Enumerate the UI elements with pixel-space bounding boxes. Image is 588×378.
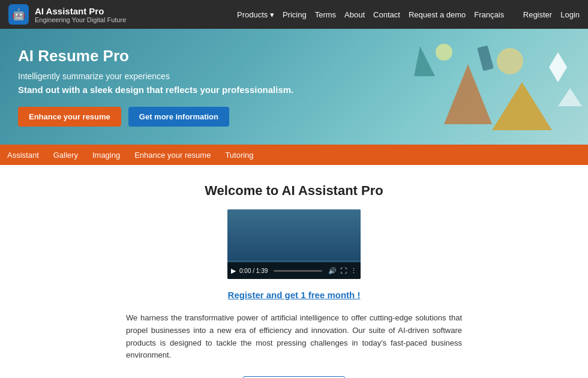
fullscreen-icon[interactable]: ⛶ bbox=[340, 267, 347, 274]
video-display bbox=[227, 209, 361, 260]
nav-register[interactable]: Register bbox=[523, 10, 552, 19]
svg-point-5 bbox=[436, 44, 452, 61]
description-text: We harness the transformative power of a… bbox=[126, 312, 462, 362]
video-time: 0:00 / 1:39 bbox=[239, 268, 268, 274]
video-player[interactable]: ▶ 0:00 / 1:39 🔊 ⛶ ⋮ bbox=[227, 209, 361, 279]
welcome-title: Welcome to AI Assistant Pro bbox=[205, 183, 383, 199]
hero-title: AI Resume Pro bbox=[18, 47, 306, 65]
video-controls: ▶ 0:00 / 1:39 🔊 ⛶ ⋮ bbox=[227, 262, 361, 279]
svg-point-0 bbox=[497, 48, 523, 74]
volume-icon[interactable]: 🔊 bbox=[328, 267, 337, 275]
logo-emoji: 🤖 bbox=[12, 8, 25, 21]
subnav-imaging[interactable]: Imaging bbox=[92, 146, 120, 164]
enhance-resume-button[interactable]: Enhance your resume bbox=[18, 107, 121, 127]
more-options-icon[interactable]: ⋮ bbox=[350, 267, 357, 275]
svg-marker-3 bbox=[492, 82, 552, 130]
subnav-assistant[interactable]: Assistant bbox=[7, 146, 39, 164]
nav-login[interactable]: Login bbox=[560, 10, 580, 19]
more-info-button[interactable]: Get more information bbox=[128, 107, 229, 127]
logo-icon: 🤖 bbox=[8, 4, 29, 25]
hero-buttons: Enhance your resume Get more information bbox=[18, 107, 306, 127]
hero-content: AI Resume Pro Intelligently summarize yo… bbox=[18, 47, 306, 127]
subnav-gallery[interactable]: Gallery bbox=[53, 146, 78, 164]
svg-marker-4 bbox=[414, 46, 435, 76]
subnav-enhance-resume[interactable]: Enhance your resume bbox=[134, 146, 211, 164]
brand-tagline: Engineering Your Digital Future bbox=[35, 16, 126, 23]
nav-products[interactable]: Products ▾ bbox=[237, 10, 274, 19]
play-button[interactable]: ▶ bbox=[231, 267, 236, 275]
brand-section: 🤖 AI Assistant Pro Engineering Your Digi… bbox=[8, 4, 126, 25]
nav-about[interactable]: About bbox=[344, 10, 365, 19]
svg-marker-1 bbox=[549, 52, 567, 82]
nav-terms[interactable]: Terms bbox=[315, 10, 336, 19]
main-content: Welcome to AI Assistant Pro ▶ 0:00 / 1:3… bbox=[0, 165, 588, 378]
sub-nav: Assistant Gallery Imaging Enhance your r… bbox=[0, 145, 588, 165]
svg-marker-6 bbox=[558, 88, 582, 106]
brand-info: AI Assistant Pro Engineering Your Digita… bbox=[35, 6, 126, 23]
hero-line2: Stand out with a sleek design that refle… bbox=[18, 85, 306, 95]
nav-contact[interactable]: Contact bbox=[373, 10, 400, 19]
brand-name: AI Assistant Pro bbox=[35, 6, 126, 16]
svg-marker-2 bbox=[444, 64, 492, 124]
top-nav-links: Products ▾ Pricing Terms About Contact R… bbox=[237, 10, 580, 19]
nav-request-demo[interactable]: Request a demo bbox=[409, 10, 466, 19]
hero-banner: AI Resume Pro Intelligently summarize yo… bbox=[0, 29, 588, 145]
nav-francais[interactable]: Français bbox=[474, 10, 504, 19]
progress-bar[interactable] bbox=[274, 270, 322, 272]
register-link[interactable]: Register and get 1 free month ! bbox=[228, 290, 361, 300]
top-bar: 🤖 AI Assistant Pro Engineering Your Digi… bbox=[0, 0, 588, 29]
hero-decorative-shapes bbox=[336, 29, 588, 145]
nav-pricing[interactable]: Pricing bbox=[283, 10, 307, 19]
hero-line1: Intelligently summarize your experiences bbox=[18, 71, 306, 81]
subnav-tutoring[interactable]: Tutoring bbox=[225, 146, 253, 164]
svg-rect-7 bbox=[477, 45, 494, 71]
